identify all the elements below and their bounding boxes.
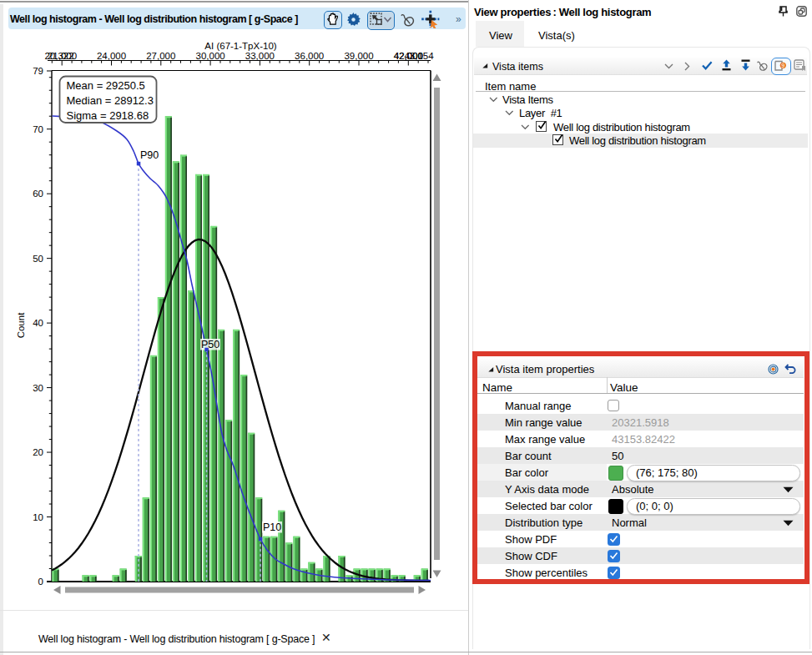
svg-text:P10: P10 (263, 521, 281, 533)
svg-text:40: 40 (33, 318, 43, 328)
svg-text:P50: P50 (201, 339, 219, 350)
svg-text:30: 30 (33, 383, 43, 393)
svg-text:Sigma = 2918.68: Sigma = 2918.68 (67, 109, 149, 122)
svg-text:0: 0 (38, 577, 43, 587)
svg-text:9: 9 (781, 63, 784, 68)
svg-text:AI (67-1-TpX-10): AI (67-1-TpX-10) (204, 41, 276, 51)
svg-text:33,000: 33,000 (245, 51, 275, 61)
svg-text:70: 70 (33, 124, 43, 134)
svg-text:27,000: 27,000 (146, 51, 175, 61)
svg-text:10: 10 (33, 512, 43, 522)
svg-text:P90: P90 (140, 149, 159, 161)
svg-text:30,000: 30,000 (196, 51, 225, 61)
svg-text:43,154: 43,154 (404, 51, 434, 61)
svg-text:60: 60 (33, 189, 43, 199)
svg-text:36,000: 36,000 (295, 51, 324, 61)
svg-text:21,000: 21,000 (48, 51, 77, 61)
svg-text:79: 79 (33, 66, 43, 76)
svg-text:50: 50 (33, 254, 43, 264)
svg-text:Count: Count (16, 312, 26, 338)
svg-text:39,000: 39,000 (344, 51, 373, 61)
svg-text:20: 20 (33, 447, 43, 457)
svg-text:Median = 28912.3: Median = 28912.3 (67, 94, 154, 107)
svg-text:24,000: 24,000 (97, 51, 126, 61)
svg-text:Mean = 29250.5: Mean = 29250.5 (67, 79, 145, 92)
